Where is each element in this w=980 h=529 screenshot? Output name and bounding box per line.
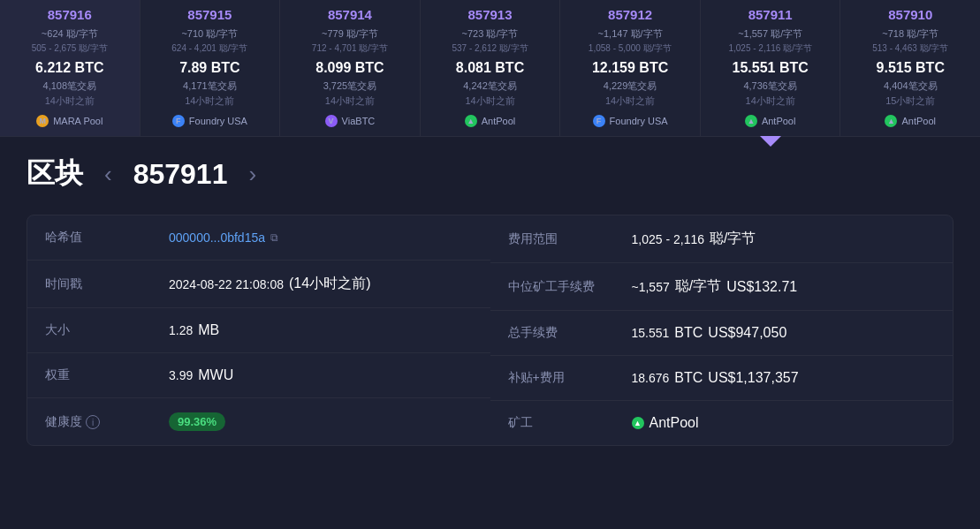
copy-icon[interactable]: ⧉ bbox=[270, 231, 278, 244]
detail-row-left-3: 权重 3.99 MWU bbox=[27, 353, 490, 398]
field-usd: US$947,050 bbox=[708, 325, 786, 341]
fee-rate-main: ~1,557 聪/字节 bbox=[711, 27, 830, 41]
fee-rate-main: ~624 聪/字节 bbox=[11, 27, 129, 41]
pool-icon: ▲ bbox=[885, 115, 897, 127]
active-indicator bbox=[760, 136, 781, 147]
btc-amount: 15.551 BTC bbox=[711, 60, 830, 76]
fee-rate-range: 1,025 - 2,116 聪/字节 bbox=[711, 42, 830, 55]
detail-row-right-3: 补贴+费用 18.676 BTC US$1,137,357 bbox=[490, 356, 953, 401]
field-label: 健康度i bbox=[45, 414, 151, 430]
field-label: 费用范围 bbox=[508, 231, 614, 247]
fee-rate-range: 513 - 4,463 聪/字节 bbox=[851, 42, 969, 55]
fee-rate-range: 505 - 2,675 聪/字节 bbox=[11, 42, 129, 55]
time-ago: 14小时之前 bbox=[151, 94, 270, 108]
tx-count: 3,725笔交易 bbox=[291, 79, 409, 93]
detail-row-left-4: 健康度i 99.36% bbox=[27, 398, 490, 445]
block-number-display: 857911 bbox=[133, 158, 228, 191]
detail-right-column: 费用范围 1,025 - 2,116 聪/字节 中位矿工手续费 ~1,557 聪… bbox=[490, 215, 953, 445]
pool-name: AntPool bbox=[901, 116, 936, 126]
prev-block-arrow[interactable]: ‹ bbox=[97, 159, 119, 190]
block-card-number: 857911 bbox=[711, 7, 830, 22]
miner-icon: ▲ bbox=[632, 417, 644, 429]
field-usd: US$1,137,357 bbox=[708, 370, 798, 386]
pool-name: AntPool bbox=[762, 116, 796, 126]
tx-count: 4,736笔交易 bbox=[711, 79, 830, 93]
field-value: ~1,557 bbox=[632, 280, 670, 294]
field-usd: US$132.71 bbox=[726, 279, 797, 295]
fee-rate-range: 1,058 - 5,000 聪/字节 bbox=[571, 42, 689, 55]
miner-badge: ▲ AntPool bbox=[632, 415, 699, 431]
btc-amount: 6.212 BTC bbox=[11, 60, 129, 76]
block-card-number: 857914 bbox=[291, 7, 409, 22]
field-value: 1.28 bbox=[169, 323, 193, 337]
field-unit: MWU bbox=[198, 367, 233, 383]
fee-rate-main: ~710 聪/字节 bbox=[151, 27, 270, 41]
field-unit: 聪/字节 bbox=[675, 277, 721, 296]
pool-icon: F bbox=[172, 115, 185, 127]
detail-row-left-2: 大小 1.28 MB bbox=[27, 308, 490, 353]
block-card-857913[interactable]: 857913 ~723 聪/字节 537 - 2,612 聪/字节 8.081 … bbox=[421, 0, 561, 136]
fee-rate-range: 537 - 2,612 聪/字节 bbox=[431, 42, 550, 55]
block-card-857916[interactable]: 857916 ~624 聪/字节 505 - 2,675 聪/字节 6.212 … bbox=[0, 0, 141, 136]
field-label: 补贴+费用 bbox=[508, 370, 614, 386]
pool-badge: F Foundry USA bbox=[571, 115, 689, 127]
field-label: 大小 bbox=[45, 322, 151, 338]
hash-value[interactable]: 000000...0bfd15a bbox=[169, 230, 265, 245]
block-label: 区块 bbox=[27, 155, 83, 193]
pool-icon: ▲ bbox=[745, 115, 757, 127]
fee-rate-main: ~723 聪/字节 bbox=[431, 27, 550, 41]
detail-row-right-4: 矿工 ▲ AntPool bbox=[490, 401, 953, 445]
field-unit: BTC bbox=[674, 370, 703, 386]
field-value: 2024-08-22 21:08:08 bbox=[169, 277, 284, 291]
field-label: 总手续费 bbox=[508, 325, 614, 341]
field-time-secondary: (14小时之前) bbox=[289, 275, 370, 293]
time-ago: 14小时之前 bbox=[571, 94, 689, 108]
pool-badge: V ViaBTC bbox=[291, 115, 409, 127]
pool-badge: ▲ AntPool bbox=[431, 115, 550, 127]
field-value: 3.99 bbox=[169, 368, 193, 382]
pool-badge: M MARA Pool bbox=[11, 115, 129, 127]
pool-badge: ▲ AntPool bbox=[851, 115, 969, 127]
btc-amount: 8.099 BTC bbox=[291, 60, 409, 76]
pool-icon: F bbox=[593, 115, 605, 127]
block-card-number: 857915 bbox=[151, 7, 270, 22]
block-card-number: 857916 bbox=[11, 7, 129, 22]
block-card-857914[interactable]: 857914 ~779 聪/字节 712 - 4,701 聪/字节 8.099 … bbox=[280, 0, 421, 136]
fee-rate-main: ~1,147 聪/字节 bbox=[571, 27, 689, 41]
pool-icon: M bbox=[36, 115, 49, 127]
block-card-857915[interactable]: 857915 ~710 聪/字节 624 - 4,201 聪/字节 7.89 B… bbox=[141, 0, 281, 136]
miner-name: AntPool bbox=[650, 415, 699, 431]
detail-row-right-2: 总手续费 15.551 BTC US$947,050 bbox=[490, 311, 953, 356]
detail-left-column: 哈希值 000000...0bfd15a ⧉ 时间戳 2024-08-22 21… bbox=[27, 215, 490, 445]
pool-name: Foundry USA bbox=[189, 116, 247, 126]
block-card-857912[interactable]: 857912 ~1,147 聪/字节 1,058 - 5,000 聪/字节 12… bbox=[560, 0, 701, 136]
field-value: 18.676 bbox=[632, 371, 670, 385]
pool-icon: ▲ bbox=[465, 115, 477, 127]
fee-rate-main: ~718 聪/字节 bbox=[851, 27, 969, 41]
block-card-857910[interactable]: 857910 ~718 聪/字节 513 - 4,463 聪/字节 9.515 … bbox=[840, 0, 980, 136]
field-unit: BTC bbox=[674, 325, 703, 341]
tx-count: 4,171笔交易 bbox=[151, 79, 270, 93]
field-unit: 聪/字节 bbox=[710, 230, 756, 248]
block-title-bar: 区块 ‹ 857911 › bbox=[27, 155, 953, 193]
block-card-857911[interactable]: 857911 ~1,557 聪/字节 1,025 - 2,116 聪/字节 15… bbox=[701, 0, 841, 136]
field-label: 中位矿工手续费 bbox=[508, 279, 614, 295]
time-ago: 14小时之前 bbox=[431, 94, 550, 108]
pool-badge: F Foundry USA bbox=[151, 115, 270, 127]
btc-amount: 12.159 BTC bbox=[571, 60, 689, 76]
tx-count: 4,404笔交易 bbox=[851, 79, 969, 93]
pool-name: Foundry USA bbox=[610, 116, 668, 126]
btc-amount: 9.515 BTC bbox=[851, 60, 969, 76]
time-ago: 14小时之前 bbox=[11, 94, 129, 108]
block-info-grid: 哈希值 000000...0bfd15a ⧉ 时间戳 2024-08-22 21… bbox=[27, 215, 953, 446]
time-ago: 15小时之前 bbox=[851, 94, 969, 108]
detail-row-right-1: 中位矿工手续费 ~1,557 聪/字节 US$132.71 bbox=[490, 263, 953, 311]
field-label: 权重 bbox=[45, 367, 151, 383]
time-ago: 14小时之前 bbox=[291, 94, 409, 108]
next-block-arrow[interactable]: › bbox=[241, 159, 263, 190]
field-unit: MB bbox=[198, 322, 219, 338]
pool-name: MARA Pool bbox=[53, 116, 103, 126]
tx-count: 4,242笔交易 bbox=[431, 79, 550, 93]
field-label: 时间戳 bbox=[45, 276, 151, 292]
health-info-icon[interactable]: i bbox=[86, 415, 100, 429]
